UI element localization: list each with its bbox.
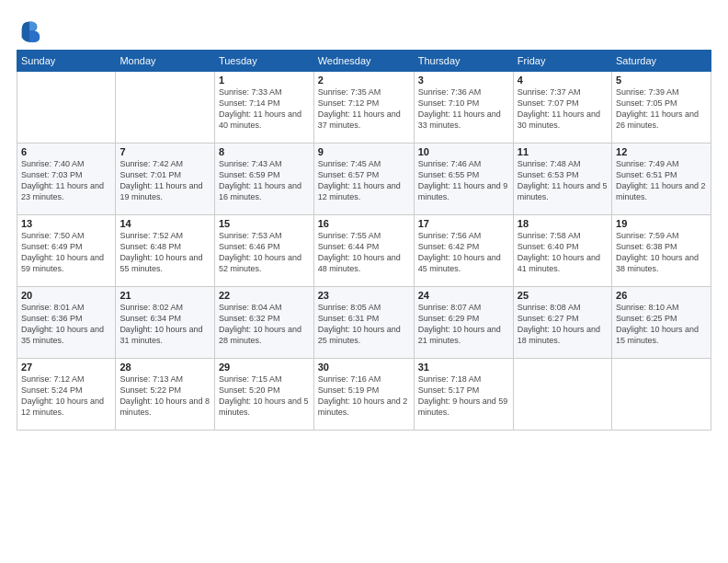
day-info: Sunrise: 7:33 AM Sunset: 7:14 PM Dayligh… [219,86,310,132]
day-info: Sunrise: 8:02 AM Sunset: 6:34 PM Dayligh… [119,302,210,347]
day-number: 12 [616,146,707,157]
day-number: 23 [318,290,410,301]
day-info: Sunrise: 8:01 AM Sunset: 6:36 PM Dayligh… [21,302,111,347]
day-info: Sunrise: 8:05 AM Sunset: 6:31 PM Dayligh… [318,302,410,347]
calendar-cell [17,72,116,144]
day-number: 8 [219,146,310,157]
day-number: 17 [418,218,509,229]
calendar-cell: 23Sunrise: 8:05 AM Sunset: 6:31 PM Dayli… [313,287,414,359]
day-info: Sunrise: 7:12 AM Sunset: 5:24 PM Dayligh… [21,373,111,419]
logo [17,17,46,42]
day-info: Sunrise: 7:35 AM Sunset: 7:12 PM Dayligh… [318,86,410,132]
day-number: 22 [219,290,310,301]
day-info: Sunrise: 7:55 AM Sunset: 6:44 PM Dayligh… [318,230,410,275]
day-number: 31 [418,362,509,373]
day-number: 27 [21,362,111,373]
day-info: Sunrise: 7:15 AM Sunset: 5:20 PM Dayligh… [219,373,310,419]
calendar-cell: 26Sunrise: 8:10 AM Sunset: 6:25 PM Dayli… [612,287,711,359]
calendar-cell: 6Sunrise: 7:40 AM Sunset: 7:03 PM Daylig… [17,144,116,215]
calendar-cell: 18Sunrise: 7:58 AM Sunset: 6:40 PM Dayli… [513,215,611,287]
day-number: 2 [318,75,410,86]
day-header-sunday: Sunday [17,51,116,72]
calendar-cell: 24Sunrise: 8:07 AM Sunset: 6:29 PM Dayli… [414,287,513,359]
calendar-cell: 13Sunrise: 7:50 AM Sunset: 6:49 PM Dayli… [17,215,116,287]
day-number: 5 [616,75,707,86]
day-number: 9 [318,146,410,157]
calendar-week-row: 13Sunrise: 7:50 AM Sunset: 6:49 PM Dayli… [17,215,711,287]
calendar-cell: 4Sunrise: 7:37 AM Sunset: 7:07 PM Daylig… [513,72,611,144]
day-info: Sunrise: 7:37 AM Sunset: 7:07 PM Dayligh… [518,86,608,132]
calendar-cell: 21Sunrise: 8:02 AM Sunset: 6:34 PM Dayli… [116,287,215,359]
calendar-cell: 11Sunrise: 7:48 AM Sunset: 6:53 PM Dayli… [513,144,611,215]
day-header-wednesday: Wednesday [313,51,414,72]
day-info: Sunrise: 7:53 AM Sunset: 6:46 PM Dayligh… [219,230,310,275]
calendar-cell: 14Sunrise: 7:52 AM Sunset: 6:48 PM Dayli… [116,215,215,287]
day-info: Sunrise: 7:39 AM Sunset: 7:05 PM Dayligh… [616,86,707,132]
day-header-tuesday: Tuesday [214,51,313,72]
day-number: 30 [318,362,410,373]
calendar-cell [116,72,215,144]
day-header-friday: Friday [513,51,611,72]
day-info: Sunrise: 7:59 AM Sunset: 6:38 PM Dayligh… [616,230,707,275]
calendar-cell: 22Sunrise: 8:04 AM Sunset: 6:32 PM Dayli… [214,287,313,359]
calendar-cell: 27Sunrise: 7:12 AM Sunset: 5:24 PM Dayli… [17,359,116,431]
header [17,17,711,42]
day-info: Sunrise: 8:04 AM Sunset: 6:32 PM Dayligh… [219,302,310,347]
day-info: Sunrise: 7:45 AM Sunset: 6:57 PM Dayligh… [318,158,410,203]
day-number: 16 [318,218,410,229]
day-number: 20 [21,290,111,301]
calendar-table: SundayMondayTuesdayWednesdayThursdayFrid… [17,50,711,431]
day-number: 6 [21,146,111,157]
day-info: Sunrise: 7:46 AM Sunset: 6:55 PM Dayligh… [418,158,509,203]
day-number: 7 [119,146,210,157]
day-header-saturday: Saturday [612,51,711,72]
calendar-week-row: 1Sunrise: 7:33 AM Sunset: 7:14 PM Daylig… [17,72,711,144]
calendar-cell: 19Sunrise: 7:59 AM Sunset: 6:38 PM Dayli… [612,215,711,287]
calendar-cell: 17Sunrise: 7:56 AM Sunset: 6:42 PM Dayli… [414,215,513,287]
day-info: Sunrise: 8:07 AM Sunset: 6:29 PM Dayligh… [418,302,509,347]
day-number: 21 [119,290,210,301]
calendar-cell: 28Sunrise: 7:13 AM Sunset: 5:22 PM Dayli… [116,359,215,431]
day-number: 26 [616,290,707,301]
day-header-monday: Monday [116,51,215,72]
day-number: 11 [518,146,608,157]
day-info: Sunrise: 7:52 AM Sunset: 6:48 PM Dayligh… [119,230,210,275]
day-number: 24 [418,290,509,301]
day-info: Sunrise: 8:10 AM Sunset: 6:25 PM Dayligh… [616,302,707,347]
calendar-container: SundayMondayTuesdayWednesdayThursdayFrid… [0,0,728,563]
day-info: Sunrise: 7:43 AM Sunset: 6:59 PM Dayligh… [219,158,310,203]
day-info: Sunrise: 7:49 AM Sunset: 6:51 PM Dayligh… [616,158,707,203]
calendar-cell: 30Sunrise: 7:16 AM Sunset: 5:19 PM Dayli… [313,359,414,431]
calendar-header-row: SundayMondayTuesdayWednesdayThursdayFrid… [17,51,711,72]
day-number: 15 [219,218,310,229]
calendar-cell: 15Sunrise: 7:53 AM Sunset: 6:46 PM Dayli… [214,215,313,287]
calendar-cell: 8Sunrise: 7:43 AM Sunset: 6:59 PM Daylig… [214,144,313,215]
calendar-cell: 31Sunrise: 7:18 AM Sunset: 5:17 PM Dayli… [414,359,513,431]
logo-icon [17,17,42,42]
calendar-week-row: 6Sunrise: 7:40 AM Sunset: 7:03 PM Daylig… [17,144,711,215]
day-info: Sunrise: 7:56 AM Sunset: 6:42 PM Dayligh… [418,230,509,275]
day-info: Sunrise: 7:18 AM Sunset: 5:17 PM Dayligh… [418,373,509,419]
day-header-thursday: Thursday [414,51,513,72]
day-number: 18 [518,218,608,229]
day-number: 10 [418,146,509,157]
day-info: Sunrise: 7:42 AM Sunset: 7:01 PM Dayligh… [119,158,210,203]
day-number: 14 [119,218,210,229]
calendar-cell: 12Sunrise: 7:49 AM Sunset: 6:51 PM Dayli… [612,144,711,215]
calendar-week-row: 27Sunrise: 7:12 AM Sunset: 5:24 PM Dayli… [17,359,711,431]
day-info: Sunrise: 7:36 AM Sunset: 7:10 PM Dayligh… [418,86,509,132]
day-number: 29 [219,362,310,373]
day-info: Sunrise: 7:40 AM Sunset: 7:03 PM Dayligh… [21,158,111,203]
calendar-cell: 20Sunrise: 8:01 AM Sunset: 6:36 PM Dayli… [17,287,116,359]
day-info: Sunrise: 7:48 AM Sunset: 6:53 PM Dayligh… [518,158,608,203]
calendar-cell: 16Sunrise: 7:55 AM Sunset: 6:44 PM Dayli… [313,215,414,287]
calendar-cell: 10Sunrise: 7:46 AM Sunset: 6:55 PM Dayli… [414,144,513,215]
day-number: 19 [616,218,707,229]
day-number: 28 [119,362,210,373]
day-number: 25 [518,290,608,301]
day-number: 13 [21,218,111,229]
calendar-cell: 7Sunrise: 7:42 AM Sunset: 7:01 PM Daylig… [116,144,215,215]
calendar-cell: 25Sunrise: 8:08 AM Sunset: 6:27 PM Dayli… [513,287,611,359]
calendar-cell: 1Sunrise: 7:33 AM Sunset: 7:14 PM Daylig… [214,72,313,144]
calendar-cell: 5Sunrise: 7:39 AM Sunset: 7:05 PM Daylig… [612,72,711,144]
